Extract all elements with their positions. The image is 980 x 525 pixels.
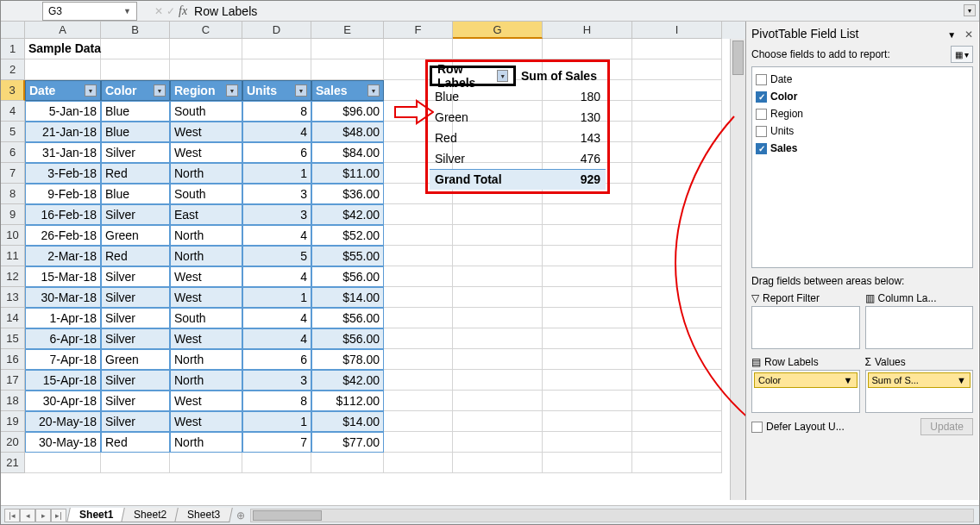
cell[interactable]: 4	[242, 122, 311, 142]
filter-dropdown-icon[interactable]: ▼	[226, 84, 238, 97]
cell[interactable]: $36.00	[311, 184, 384, 204]
cell[interactable]	[384, 328, 453, 349]
cell[interactable]	[543, 308, 632, 328]
cell[interactable]	[543, 370, 632, 391]
cell[interactable]: West	[170, 328, 242, 349]
values-dropzone[interactable]: Sum of S... ▼	[865, 370, 974, 413]
cell[interactable]	[384, 453, 453, 473]
cell[interactable]: 6-Apr-18	[25, 328, 101, 349]
cell[interactable]	[101, 39, 170, 59]
chevron-down-icon[interactable]: ▼	[844, 375, 853, 385]
cell[interactable]: $84.00	[311, 142, 384, 163]
cell[interactable]	[632, 349, 722, 370]
defer-checkbox[interactable]	[751, 422, 763, 433]
fx-icon[interactable]: fx	[179, 4, 187, 18]
column-header[interactable]: B	[101, 22, 170, 39]
cell[interactable]: Units▼	[242, 80, 311, 101]
cell[interactable]: Green	[101, 225, 170, 246]
cell[interactable]: North	[170, 246, 242, 266]
cell[interactable]: Silver	[101, 287, 170, 308]
field-item[interactable]: ✓Sales	[756, 140, 969, 157]
cell[interactable]: $48.00	[311, 122, 384, 142]
cell[interactable]	[543, 266, 632, 287]
cell[interactable]: Green	[101, 349, 170, 370]
cell[interactable]: 30-Mar-18	[25, 287, 101, 308]
row-header[interactable]: 10	[1, 225, 25, 246]
cell[interactable]	[632, 122, 722, 142]
column-header[interactable]: C	[170, 22, 242, 39]
cell[interactable]: 4	[242, 308, 311, 328]
formula-input[interactable]	[194, 4, 979, 18]
row-header[interactable]: 8	[1, 184, 25, 204]
cell[interactable]: Date▼	[25, 80, 101, 101]
cell[interactable]	[632, 184, 722, 204]
cell[interactable]	[453, 453, 543, 473]
cell[interactable]	[632, 142, 722, 163]
row-header[interactable]: 3	[1, 80, 25, 101]
enter-icon[interactable]: ✓	[166, 5, 175, 17]
checkbox[interactable]	[756, 74, 767, 85]
sheet-tab[interactable]: Sheet2	[122, 508, 180, 522]
checkbox[interactable]: ✓	[756, 143, 767, 154]
cell[interactable]	[543, 349, 632, 370]
cell[interactable]: 3-Feb-18	[25, 163, 101, 184]
cell[interactable]: Red	[101, 163, 170, 184]
row-header[interactable]: 6	[1, 142, 25, 163]
row-header[interactable]: 4	[1, 101, 25, 122]
row-header[interactable]: 15	[1, 328, 25, 349]
cell[interactable]: 9-Feb-18	[25, 184, 101, 204]
cell[interactable]	[632, 225, 722, 246]
cell[interactable]: 30-Apr-18	[25, 391, 101, 411]
cell[interactable]	[632, 59, 722, 80]
row-header[interactable]: 2	[1, 59, 25, 80]
cell[interactable]: Silver	[101, 142, 170, 163]
cell[interactable]: $42.00	[311, 204, 384, 225]
row-field-pill[interactable]: Color ▼	[754, 372, 858, 388]
column-header[interactable]: F	[384, 22, 453, 39]
horizontal-scrollbar[interactable]	[250, 509, 974, 522]
cell[interactable]: 30-May-18	[25, 432, 101, 453]
close-icon[interactable]: ✕	[964, 28, 973, 41]
cell[interactable]: 1-Apr-18	[25, 308, 101, 328]
cell[interactable]: West	[170, 266, 242, 287]
cell[interactable]	[543, 328, 632, 349]
chevron-down-icon[interactable]: ▼	[947, 30, 956, 40]
cell[interactable]: 3	[242, 204, 311, 225]
cell[interactable]: South	[170, 308, 242, 328]
cell[interactable]	[384, 411, 453, 432]
cell[interactable]: Silver	[101, 308, 170, 328]
cell[interactable]: 5	[242, 246, 311, 266]
row-labels-dropzone[interactable]: Color ▼	[751, 370, 860, 413]
checkbox[interactable]: ✓	[756, 91, 767, 103]
cell[interactable]: 16-Feb-18	[25, 204, 101, 225]
row-header[interactable]: 16	[1, 349, 25, 370]
checkbox[interactable]	[756, 109, 767, 120]
field-item[interactable]: Units	[756, 122, 969, 140]
column-header[interactable]: H	[543, 22, 632, 39]
cell[interactable]	[311, 453, 384, 473]
cell[interactable]	[632, 204, 722, 225]
cell[interactable]	[453, 204, 543, 225]
row-header[interactable]: 5	[1, 122, 25, 142]
cell[interactable]	[543, 287, 632, 308]
cell[interactable]	[632, 411, 722, 432]
cell[interactable]: 20-May-18	[25, 411, 101, 432]
cell[interactable]	[25, 453, 101, 473]
cell[interactable]	[453, 349, 543, 370]
cell[interactable]	[632, 370, 722, 391]
cell[interactable]	[632, 391, 722, 411]
cell[interactable]: North	[170, 163, 242, 184]
layout-options-button[interactable]: ▦ ▾	[951, 46, 973, 63]
cell[interactable]	[632, 39, 722, 59]
cell[interactable]: Blue	[101, 101, 170, 122]
name-box[interactable]: G3 ▼	[42, 2, 137, 21]
cell[interactable]: $55.00	[311, 246, 384, 266]
row-header[interactable]: 12	[1, 266, 25, 287]
cell[interactable]	[453, 328, 543, 349]
cell[interactable]: Color▼	[101, 80, 170, 101]
cell[interactable]	[632, 308, 722, 328]
select-all-corner[interactable]	[1, 22, 25, 39]
cell[interactable]	[632, 101, 722, 122]
column-labels-dropzone[interactable]	[865, 306, 974, 349]
cell[interactable]: $56.00	[311, 308, 384, 328]
